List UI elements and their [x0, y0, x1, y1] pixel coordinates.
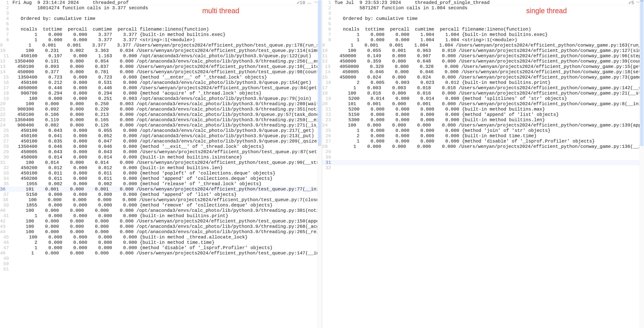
code-line[interactable]: 14 450000 0.377 0.000 0.781 0.000 /Users…: [0, 69, 322, 75]
code-line[interactable]: 7 1 0.000 0.000 1.004 1.004 {built-in me…: [322, 32, 644, 37]
code-line[interactable]: 18 900700 0.294 0.000 0.294 0.000 {metho…: [0, 91, 322, 96]
code-line[interactable]: 35 1955 0.002 0.000 0.002 0.000 {method …: [0, 181, 322, 187]
code-line[interactable]: 28 1350400 0.046 0.000 0.046 0.000 {meth…: [0, 144, 322, 149]
code-line[interactable]: 12 1350400 0.131 0.000 0.854 0.000 /opt/…: [0, 59, 322, 64]
code-line[interactable]: 17 4050000 0.446 0.000 0.446 0.000 /User…: [0, 85, 322, 91]
code-line[interactable]: 28 1 0.000 0.000 0.000 0.000 /Users/weny…: [322, 144, 644, 149]
code-text: 5200 0.014 0.000 0.014 0.000 {method 'sp…: [334, 96, 644, 101]
code-line[interactable]: 31: [322, 160, 644, 165]
code-line[interactable]: 19 5200 0.014 0.000 0.014 0.000 {method …: [322, 96, 644, 101]
code-line[interactable]: 9 1 0.001 0.001 1.004 1.004 /Users/wenya…: [322, 43, 644, 48]
code-line[interactable]: 7 1 0.000 0.000 3.377 3.377 {built-in me…: [0, 32, 322, 37]
code-text: 1 0.000 0.000 0.000 0.000 {method 'disab…: [334, 139, 644, 144]
code-line[interactable]: 31 100 0.014 0.000 0.014 0.000 /Users/we…: [0, 160, 322, 165]
code-line[interactable]: 23 1350400 0.119 0.000 0.165 0.000 /opt/…: [0, 117, 322, 123]
code-text: 1 0.000 0.000 0.000 0.000 {built-in meth…: [12, 213, 322, 219]
code-line[interactable]: 13 4050000 0.328 0.000 0.328 0.000 /User…: [322, 64, 644, 69]
code-line[interactable]: 22 5150 0.000 0.000 0.000 0.000 {method …: [322, 112, 644, 117]
code-line[interactable]: 2 18014274 function calls in 3.377 secon…: [0, 5, 322, 11]
problems-indicator[interactable]: ✓10: [297, 0, 305, 6]
code-line[interactable]: 10 100 0.231 0.002 3.363 0.034 /Users/we…: [0, 48, 322, 53]
code-line[interactable]: 47 1 0.000 0.000 0.000 0.000 {method 'di…: [0, 245, 322, 251]
code-line[interactable]: 33 450100 0.011 0.000 0.011 0.000 {metho…: [0, 171, 322, 176]
code-line[interactable]: 23 5300 0.000 0.000 0.000 0.000 {built-i…: [322, 117, 644, 123]
code-line[interactable]: 5: [322, 21, 644, 27]
code-line[interactable]: 41 1 0.000 0.000 0.000 0.000 {built-in m…: [0, 213, 322, 219]
code-line[interactable]: 4 Ordered by: cumulative time: [0, 16, 322, 21]
code-line[interactable]: 32: [322, 165, 644, 171]
code-line[interactable]: 34 450200 0.011 0.000 0.011 0.000 {metho…: [0, 176, 322, 181]
code-line[interactable]: 15 1350400 0.723 0.000 0.723 0.000 {meth…: [0, 75, 322, 80]
code-line[interactable]: 49: [0, 256, 322, 261]
code-line[interactable]: 16 2 0.005 0.003 0.023 0.012 {built-in m…: [322, 80, 644, 85]
code-line[interactable]: 2 5871267 function calls in 1.004 second…: [322, 5, 644, 11]
code-line[interactable]: 26 2 0.000 0.000 0.000 0.000 {built-in m…: [322, 133, 644, 139]
code-line[interactable]: 29: [322, 149, 644, 154]
code-line[interactable]: 11 450100 0.197 0.000 1.163 0.000 /opt/a…: [0, 53, 322, 59]
line-number: 7: [322, 32, 334, 37]
code-text: 101 0.001 0.000 0.001 0.000 /Users/wenya…: [9, 187, 322, 192]
code-line[interactable]: 32 450200 0.012 0.000 0.012 0.000 {built…: [0, 165, 322, 171]
code-line[interactable]: 43 100 0.000 0.000 0.000 0.000 /opt/anac…: [0, 224, 322, 229]
code-text: 900400 0.082 0.000 0.126 0.000 /opt/anac…: [9, 123, 322, 128]
code-line[interactable]: 9 1 0.001 0.001 3.377 3.377 /Users/wenya…: [0, 43, 322, 48]
code-line[interactable]: 36 101 0.001 0.000 0.001 0.000 /Users/we…: [0, 187, 322, 192]
code-line[interactable]: 18 100 0.016 0.000 0.016 0.000 /Users/we…: [322, 91, 644, 96]
code-line[interactable]: 27 450100 0.035 0.000 0.047 0.000 /opt/a…: [0, 139, 322, 144]
code-line[interactable]: 45 100 0.000 0.000 0.000 0.000 {built-in…: [0, 235, 322, 240]
line-number: 13: [0, 64, 9, 69]
left-code-body[interactable]: 2 18014274 function calls in 3.377 secon…: [0, 5, 322, 272]
code-line[interactable]: 12 450000 0.359 0.000 0.648 0.000 /Users…: [322, 59, 644, 64]
code-line[interactable]: 20 101 0.001 0.000 0.001 0.000 /Users/we…: [322, 101, 644, 107]
code-line[interactable]: 24 100 0.000 0.000 0.000 0.000 /Users/we…: [322, 123, 644, 128]
code-line[interactable]: 26 450100 0.041 0.000 0.052 0.000 /opt/a…: [0, 133, 322, 139]
code-line[interactable]: 40 100 0.000 0.000 0.000 0.000 /opt/anac…: [0, 208, 322, 213]
code-line[interactable]: 42 100 0.000 0.000 0.000 0.000 /Users/we…: [0, 219, 322, 224]
code-line[interactable]: 29 450005 0.043 0.000 0.043 0.000 /Users…: [0, 149, 322, 154]
code-line[interactable]: 6 ncalls tottime percall cumtime percall…: [0, 27, 322, 32]
code-line[interactable]: 44 100 0.000 0.000 0.000 0.000 /opt/anac…: [0, 229, 322, 235]
code-line[interactable]: 17 1 0.003 0.003 0.018 0.018 /Users/weny…: [322, 85, 644, 91]
code-line[interactable]: 51: [0, 266, 322, 272]
problems-indicator[interactable]: ✓5: [628, 0, 634, 6]
code-line[interactable]: 6 ncalls tottime percall cumtime percall…: [322, 27, 644, 32]
line-number: 5: [0, 21, 12, 27]
right-code-body[interactable]: 2 5871267 function calls in 1.004 second…: [322, 5, 644, 171]
code-line[interactable]: 21 5200 0.000 0.000 0.000 0.000 {built-i…: [322, 107, 644, 112]
code-line[interactable]: 25 450100 0.043 0.000 0.055 0.000 /opt/a…: [0, 128, 322, 133]
code-line[interactable]: 46 2 0.000 0.000 0.000 0.000 {built-in m…: [0, 240, 322, 245]
code-line[interactable]: 38 100 0.000 0.000 0.000 0.000 /Users/we…: [0, 197, 322, 203]
code-line[interactable]: 25 1 0.000 0.000 0.000 0.000 {method 'jo…: [322, 128, 644, 133]
code-text: Ordered by: cumulative time: [334, 16, 644, 21]
code-line[interactable]: 37 5150 0.000 0.000 0.000 0.000 {method …: [0, 192, 322, 197]
code-line[interactable]: 8 1 0.000 0.000 1.004 1.004 <string>:1(<…: [322, 37, 644, 43]
code-line[interactable]: 19 100 0.000 0.000 0.251 0.003 /opt/anac…: [0, 96, 322, 101]
code-line[interactable]: 13 450100 0.093 0.000 0.837 0.000 /Users…: [0, 64, 322, 69]
code-line[interactable]: 3: [0, 11, 322, 16]
code-line[interactable]: 8 1 0.000 0.000 3.377 3.377 <string>:1(<…: [0, 37, 322, 43]
code-line[interactable]: 22 450100 0.106 0.000 0.213 0.000 /opt/a…: [0, 112, 322, 117]
code-line[interactable]: 20 100 0.000 0.000 0.250 0.003 /opt/anac…: [0, 101, 322, 107]
code-line[interactable]: 4 Ordered by: cumulative time: [322, 16, 644, 21]
code-line[interactable]: 48 1 0.000 0.000 0.000 0.000 /Users/weny…: [0, 251, 322, 256]
left-scrollbar[interactable]: [317, 0, 322, 328]
code-line[interactable]: 11 450000 0.149 0.000 0.907 0.000 /Users…: [322, 53, 644, 59]
code-line[interactable]: 30 450000 0.014 0.000 0.014 0.000 {built…: [0, 154, 322, 160]
code-line[interactable]: 10 100 0.055 0.001 0.963 0.010 /Users/we…: [322, 48, 644, 53]
code-line[interactable]: 24 900400 0.082 0.000 0.126 0.000 /opt/a…: [0, 123, 322, 128]
line-number: 8: [0, 37, 12, 43]
code-line[interactable]: 16 450100 0.212 0.000 0.531 0.000 /opt/a…: [0, 80, 322, 85]
line-number: 20: [322, 101, 331, 107]
code-line[interactable]: 30: [322, 154, 644, 160]
code-line[interactable]: 50: [0, 261, 322, 266]
code-line[interactable]: 5: [0, 21, 322, 27]
code-line[interactable]: 3: [322, 11, 644, 16]
code-line[interactable]: 21 900300 0.092 0.000 0.220 0.000 /opt/a…: [0, 107, 322, 112]
right-scrollbar[interactable]: [640, 0, 644, 328]
code-line[interactable]: 15 450000 0.024 0.000 0.024 0.000 /Users…: [322, 75, 644, 80]
code-line[interactable]: 27 1 0.000 0.000 0.000 0.000 {method 'di…: [322, 139, 644, 144]
code-line[interactable]: 14 450005 0.046 0.000 0.046 0.000 /Users…: [322, 69, 644, 75]
code-line[interactable]: 39 1855 0.000 0.000 0.000 0.000 {method …: [0, 203, 322, 208]
chevron-up-icon[interactable]: ︿: [307, 0, 312, 6]
line-number: 34: [0, 176, 12, 181]
